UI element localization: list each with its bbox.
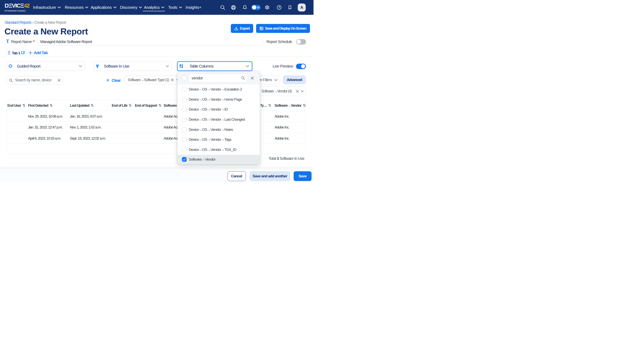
svg-text:?: ? bbox=[278, 6, 280, 9]
